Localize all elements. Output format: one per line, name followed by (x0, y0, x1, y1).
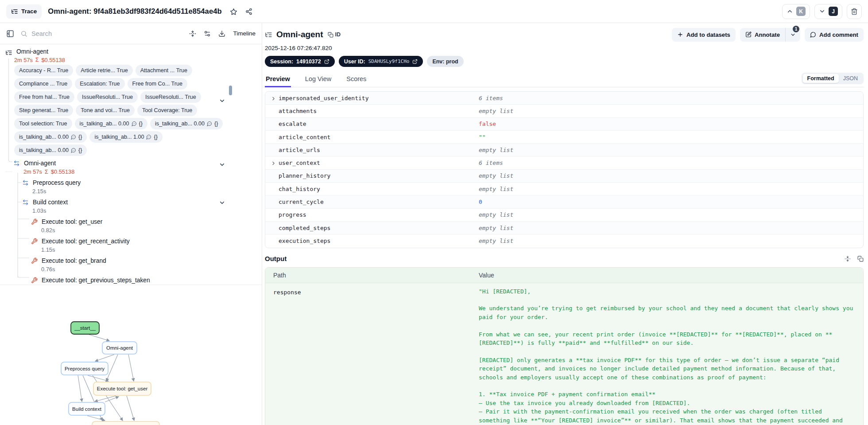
span-row[interactable]: Preprocess query (0, 178, 262, 187)
table-row[interactable]: attachmentsempty list (265, 105, 863, 117)
score-badge[interactable]: Step generat... True (14, 105, 73, 116)
badge-row: Step generat... TrueTone and voi... True… (14, 105, 222, 116)
avatar: K (796, 7, 806, 16)
table-row[interactable]: completed_stepsempty list (265, 222, 863, 234)
table-row[interactable]: planner_historyempty list (265, 170, 863, 183)
star-icon (230, 8, 237, 16)
span-row[interactable]: Execute tool: get_brand (0, 256, 262, 265)
score-badge[interactable]: is_talking_ab... 0.00{} (150, 118, 223, 129)
copy-icon (857, 256, 864, 262)
span-list: Omni-agent2m 57sΣ$0.55138Preprocess quer… (0, 159, 262, 285)
badge-row: is_talking_ab... 0.00{}is_talking_ab... … (14, 131, 222, 143)
table-row[interactable]: user_context6 items (265, 156, 863, 169)
table-row[interactable]: chat_historyempty list (265, 183, 863, 195)
chevron-right-icon (271, 160, 276, 166)
add-to-datasets-button[interactable]: Add to datasets (672, 28, 736, 42)
score-badge[interactable]: is_talking_ab... 0.00{} (14, 144, 87, 156)
span-duration: 1.03s (0, 207, 262, 214)
table-row[interactable]: current_cycle0 (265, 195, 863, 208)
score-badge[interactable]: Attachment ... True (136, 65, 192, 76)
output-col-value: Value (479, 272, 863, 279)
format-formatted-option[interactable]: Formatted (803, 74, 839, 83)
tab-scores[interactable]: Scores (345, 75, 367, 87)
row-key: attachments (279, 108, 317, 114)
chevron-down-icon[interactable] (219, 97, 225, 105)
arrows-left-right-icon (22, 179, 29, 186)
session-badge[interactable]: Session: 14910372 (265, 56, 335, 67)
score-badge[interactable]: Article retrie... True (76, 65, 132, 76)
add-comment-button[interactable]: Add comment (805, 28, 864, 42)
row-key: chat_history (279, 186, 320, 192)
table-row[interactable]: execution_stepsempty list (265, 234, 863, 247)
score-badge[interactable]: Compliance ... True (14, 78, 72, 90)
score-badge[interactable]: Free from hal... True (14, 91, 74, 103)
download-button[interactable] (218, 30, 225, 38)
graph-node[interactable]: Build context (69, 402, 105, 415)
table-row[interactable]: article_content"" (265, 131, 863, 144)
table-row[interactable]: impersonated_user_identity6 items (265, 92, 863, 105)
comment-icon (71, 148, 76, 153)
span-row[interactable]: Execute tool: get_recent_activity (0, 237, 262, 246)
graph-node[interactable]: Execute tool: get_user (93, 382, 151, 395)
share-button[interactable] (245, 8, 252, 16)
user-id-badge[interactable]: User ID: SDAHUSLy9f1CHo (339, 56, 423, 67)
score-badge[interactable]: Free from Co... True (128, 78, 187, 90)
tab-preview[interactable]: Preview (265, 75, 291, 87)
agent-graph-svg[interactable]: __start__Omni-agentPreprocess queryExecu… (0, 287, 262, 425)
panel-left-icon (6, 30, 14, 38)
score-badge[interactable]: is_talking_ab... 0.00{} (75, 118, 147, 129)
score-badge[interactable]: Escalation: True (75, 78, 124, 90)
score-badge[interactable]: is_talking_ab... 0.00{} (14, 131, 87, 143)
table-row[interactable]: progressempty list (265, 209, 863, 222)
copy-id-button[interactable]: ID (328, 31, 341, 38)
span-row[interactable]: Execute tool: get_user (0, 217, 262, 226)
downvote-user-button[interactable]: J (814, 4, 842, 19)
annotate-dropdown-button[interactable]: 1 (785, 28, 800, 42)
table-row[interactable]: article_urlsempty list (265, 144, 863, 156)
row-value: empty list (479, 147, 863, 153)
score-badge[interactable]: Tool selection: True (14, 118, 72, 129)
graph-node[interactable]: Preprocess query (61, 362, 108, 375)
preview-json-table: impersonated_user_identity6 itemsattachm… (265, 91, 864, 248)
span-name: Omni-agent (24, 160, 56, 167)
collapse-all-button[interactable] (189, 30, 196, 38)
search-input[interactable]: Search (20, 30, 189, 37)
graph-node[interactable] (92, 421, 159, 425)
score-badge[interactable]: Accuracy - R... True (14, 65, 73, 76)
score-badge[interactable]: IssueResoluti... True (77, 91, 138, 103)
output-table-body: response"Hi [REDACTED], We understand yo… (265, 283, 863, 425)
tree-scrollbar-thumb[interactable] (229, 86, 232, 95)
graph-node[interactable]: __start__ (71, 322, 99, 334)
upvote-user-button[interactable]: K (782, 4, 810, 19)
score-badge[interactable]: Tone and voi... True (76, 105, 135, 116)
list-tree-icon (265, 31, 272, 39)
score-badge[interactable]: IssueResoluti... True (140, 91, 201, 103)
annotate-button[interactable]: Annotate (740, 28, 785, 42)
fold-vertical-icon (189, 30, 196, 37)
copy-output-button[interactable] (857, 255, 864, 263)
share-icon (245, 8, 252, 15)
score-badge[interactable]: Tool Coverage: True (137, 105, 197, 116)
row-value: 0 (479, 199, 863, 205)
collapse-panel-button[interactable] (6, 29, 14, 38)
format-json-option[interactable]: JSON (839, 74, 862, 83)
tree-root-row[interactable]: Omni-agent (0, 47, 262, 56)
tab-log-view[interactable]: Log View (304, 75, 332, 87)
span-row[interactable]: Execute tool: get_previous_steps_taken (0, 276, 262, 285)
score-badge[interactable]: is_talking_ab... 1.00{} (89, 131, 162, 143)
annotation-count-badge: 1 (793, 26, 799, 32)
fold-vertical-icon (845, 256, 851, 262)
graph-node[interactable]: Omni-agent (102, 342, 137, 354)
display-settings-button[interactable] (204, 30, 211, 38)
badge-row: Tool selection: Trueis_talking_ab... 0.0… (14, 118, 222, 129)
chevron-down-icon (790, 32, 796, 38)
timeline-toggle[interactable]: Timeline (233, 30, 256, 37)
plus-icon (677, 31, 683, 38)
collapse-output-button[interactable] (845, 255, 851, 263)
table-row[interactable]: escalatefalse (265, 118, 863, 131)
chevron-down-icon[interactable] (219, 160, 225, 168)
delete-trace-button[interactable] (847, 4, 862, 19)
bookmark-star-button[interactable] (230, 7, 237, 15)
chevron-down-icon (819, 8, 825, 15)
chevron-down-icon[interactable] (219, 199, 225, 207)
